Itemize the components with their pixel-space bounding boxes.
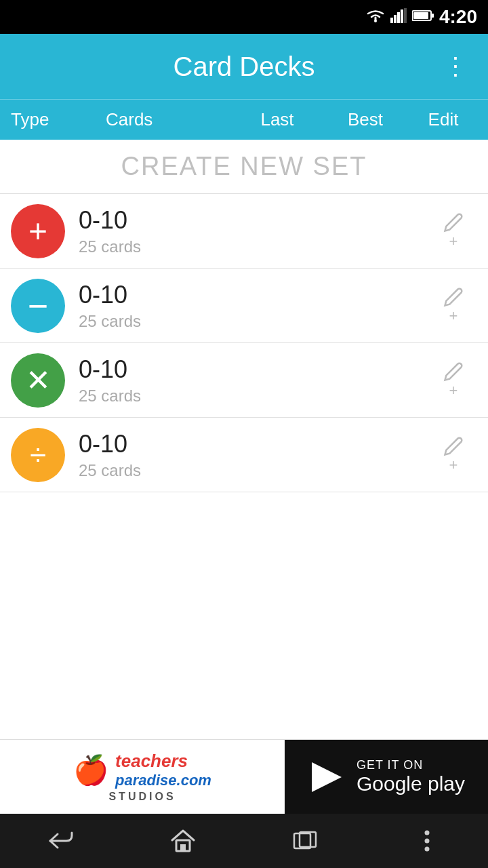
- deck-info: 0-10 25 cards: [65, 355, 430, 406]
- deck-type-icon-div: ÷: [11, 428, 65, 482]
- battery-icon: [412, 9, 434, 24]
- svg-rect-8: [432, 14, 434, 18]
- app-bar-title: Card Decks: [49, 52, 439, 82]
- deck-count: 25 cards: [79, 312, 430, 331]
- svg-rect-11: [180, 844, 186, 851]
- svg-marker-9: [312, 762, 342, 792]
- svg-point-14: [425, 831, 430, 835]
- create-new-set-label: CREATE NEW SET: [121, 152, 367, 181]
- svg-point-0: [374, 20, 377, 22]
- deck-range: 0-10: [79, 281, 430, 309]
- deck-info: 0-10 25 cards: [65, 206, 430, 256]
- signal-icon: [390, 8, 407, 26]
- ad-teachers-text: teachers: [115, 751, 211, 772]
- svg-rect-12: [294, 833, 310, 848]
- deck-type-icon-sub: −: [11, 279, 65, 333]
- deck-type-icon-add: +: [11, 204, 65, 258]
- status-bar: 4:20: [0, 0, 488, 34]
- deck-edit-button[interactable]: +: [430, 361, 477, 399]
- column-headers: Type Cards Last Best Edit: [0, 99, 488, 140]
- deck-row[interactable]: ÷ 0-10 25 cards +: [0, 418, 488, 492]
- deck-count: 25 cards: [79, 237, 430, 256]
- deck-info: 0-10 25 cards: [65, 281, 430, 331]
- svg-rect-13: [300, 832, 316, 847]
- deck-row[interactable]: ✕ 0-10 25 cards +: [0, 343, 488, 418]
- svg-rect-7: [413, 12, 428, 19]
- ad-right-google-play[interactable]: GET IT ON Google play: [285, 740, 488, 814]
- deck-list: + 0-10 25 cards + − 0-10 25 cards +: [0, 194, 488, 492]
- app-bar: Card Decks ⋮: [0, 34, 488, 99]
- deck-row[interactable]: + 0-10 25 cards +: [0, 194, 488, 269]
- svg-rect-1: [390, 18, 393, 23]
- google-play-text: GET IT ON Google play: [357, 758, 465, 795]
- get-it-on-label: GET IT ON: [357, 758, 465, 772]
- deck-range: 0-10: [79, 206, 430, 235]
- wifi-icon: [366, 8, 385, 26]
- deck-edit-button[interactable]: +: [430, 212, 477, 250]
- nav-recents-button[interactable]: [278, 814, 332, 868]
- ad-left: 🍎 teachers paradise.com STUDIOS: [0, 740, 285, 814]
- nav-overflow-button[interactable]: [400, 814, 454, 868]
- google-play-label: Google play: [357, 772, 465, 795]
- deck-type-icon-mul: ✕: [11, 353, 65, 408]
- deck-info: 0-10 25 cards: [65, 430, 430, 480]
- nav-bar: [0, 814, 488, 868]
- col-header-edit: Edit: [409, 109, 477, 130]
- deck-edit-button[interactable]: +: [430, 436, 477, 474]
- nav-back-button[interactable]: [34, 814, 88, 868]
- svg-rect-3: [397, 12, 400, 23]
- create-new-set-button[interactable]: CREATE NEW SET: [0, 140, 488, 194]
- ad-apple-icon: 🍎: [73, 756, 108, 785]
- status-icons: 4:20: [366, 6, 477, 28]
- col-header-type: Type: [11, 109, 79, 130]
- col-header-best: Best: [321, 109, 409, 130]
- svg-point-15: [425, 839, 430, 844]
- deck-edit-button[interactable]: +: [430, 287, 477, 325]
- ad-studios-text: STUDIOS: [108, 791, 176, 803]
- svg-rect-4: [401, 9, 403, 23]
- deck-range: 0-10: [79, 355, 430, 384]
- svg-rect-5: [404, 8, 407, 23]
- deck-count: 25 cards: [79, 461, 430, 480]
- svg-point-16: [425, 847, 430, 852]
- svg-rect-2: [394, 15, 396, 23]
- deck-row[interactable]: − 0-10 25 cards +: [0, 269, 488, 343]
- deck-range: 0-10: [79, 430, 430, 458]
- google-play-icon: [308, 758, 346, 796]
- col-header-cards: Cards: [79, 109, 233, 130]
- status-time: 4:20: [439, 6, 477, 28]
- ad-banner[interactable]: 🍎 teachers paradise.com STUDIOS GET IT O…: [0, 739, 488, 814]
- deck-count: 25 cards: [79, 387, 430, 406]
- ad-paradise-text: paradise.com: [115, 772, 211, 789]
- nav-home-button[interactable]: [156, 814, 210, 868]
- col-header-last: Last: [233, 109, 321, 130]
- overflow-menu-button[interactable]: ⋮: [439, 52, 472, 81]
